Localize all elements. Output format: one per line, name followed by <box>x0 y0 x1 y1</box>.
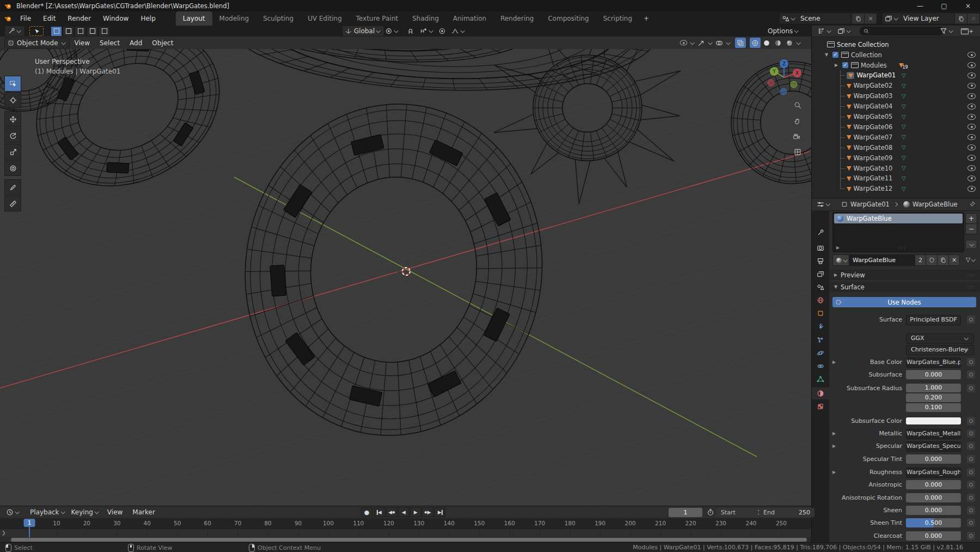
hide-eye-icon[interactable] <box>967 62 976 68</box>
outliner-row-object[interactable]: ▼WarpGate06▽ <box>812 122 980 132</box>
playhead[interactable] <box>29 527 30 537</box>
falloff-dropdown[interactable] <box>449 26 468 36</box>
decorator-icon[interactable] <box>967 316 975 324</box>
tool-measure[interactable] <box>4 196 21 211</box>
decorator-icon[interactable] <box>967 481 975 489</box>
mode-dropdown[interactable]: Object Mode <box>4 38 70 48</box>
new-collection-button[interactable]: + <box>958 26 976 36</box>
specular-tint-field[interactable]: 0.000 <box>906 454 961 464</box>
tab-constraints-icon[interactable] <box>812 360 829 372</box>
unlink-material-button[interactable]: ✕ <box>948 254 960 266</box>
outliner-row-object[interactable]: ▼WarpGate07▽ <box>812 132 980 142</box>
use-preview-range-button[interactable] <box>706 508 715 516</box>
mesh-object-icon[interactable]: ▼ <box>847 185 851 192</box>
minimize-button[interactable]: — <box>908 0 932 11</box>
keying-menu[interactable]: Keying <box>69 507 102 517</box>
clearcoat-field[interactable]: 0.000 <box>906 531 961 541</box>
mesh-object-icon[interactable]: ▼ <box>847 103 851 110</box>
remove-slot-button[interactable]: − <box>965 223 977 234</box>
mesh-object-icon[interactable]: ▼ <box>847 113 851 120</box>
material-users-button[interactable]: 2 <box>915 254 926 266</box>
material-name-field[interactable]: WarpGateBlue <box>849 254 918 266</box>
shading-material-button[interactable] <box>773 38 783 48</box>
hide-eye-icon[interactable] <box>967 186 976 192</box>
add-workspace-button[interactable]: + <box>639 11 653 26</box>
tab-physics-icon[interactable] <box>812 347 829 359</box>
snap-toggle-button[interactable] <box>404 26 417 36</box>
decorator-icon[interactable] <box>967 358 975 366</box>
menu-render[interactable]: Render <box>62 11 97 26</box>
display-mode-dropdown[interactable] <box>835 26 854 36</box>
outliner-row-collection[interactable]: ▼ ✓ Collection <box>812 50 980 60</box>
pan-button[interactable] <box>791 114 805 129</box>
object-visibility-dropdown[interactable] <box>678 38 689 48</box>
mesh-object-icon[interactable]: ▼ <box>847 82 851 89</box>
playback-menu[interactable]: Playback <box>27 507 69 517</box>
grip-handle[interactable]: ∷∷ <box>898 245 905 251</box>
workspace-tab-rendering[interactable]: Rendering <box>493 11 541 26</box>
subsurface-radius-z-field[interactable]: 0.100 <box>906 403 961 412</box>
sheen-field[interactable]: 0.000 <box>906 506 961 515</box>
use-nodes-button[interactable]: Use Nodes <box>832 297 976 307</box>
decorator-icon[interactable] <box>967 371 975 379</box>
anisotropic-field[interactable]: 0.000 <box>906 480 961 489</box>
timeline-menu-view[interactable]: View <box>102 508 127 516</box>
material-filter-dropdown[interactable]: ▽ <box>963 254 978 265</box>
timeline-expand-icon[interactable]: ❯ <box>2 530 6 536</box>
previous-keyframe-button[interactable]: ◀◆ <box>386 507 397 517</box>
hide-eye-icon[interactable] <box>967 93 976 99</box>
tool-move[interactable] <box>4 111 21 127</box>
scene-delete-button[interactable]: ✕ <box>864 14 877 23</box>
workspace-tab-sculpting[interactable]: Sculpting <box>256 11 301 26</box>
proportional-editing-button[interactable] <box>436 26 449 36</box>
workspace-tab-animation[interactable]: Animation <box>446 11 493 26</box>
decorator-icon[interactable] <box>967 442 975 450</box>
grip-handle[interactable]: ∷∷ <box>968 272 975 278</box>
disclosure-collapsed-icon[interactable]: ▶ <box>834 63 839 68</box>
tab-particles-icon[interactable] <box>812 334 829 346</box>
decorator-icon[interactable] <box>967 455 975 463</box>
workspace-tab-uv-editing[interactable]: UV Editing <box>301 11 349 26</box>
panel-surface[interactable]: ▼Surface ∷∷ <box>829 282 980 292</box>
start-frame-field[interactable]: Start1 <box>716 508 765 517</box>
mesh-object-icon[interactable]: ▼ <box>847 165 851 172</box>
navigation-gizmo[interactable]: ZYX <box>763 57 805 98</box>
select-mode-subtract-button[interactable] <box>75 26 86 37</box>
outliner-row-object[interactable]: ▼WarpGate10▽ <box>812 163 980 173</box>
slot-specials-dropdown[interactable] <box>965 240 977 249</box>
decorator-icon[interactable] <box>967 506 975 514</box>
workspace-tab-shading[interactable]: Shading <box>405 11 446 26</box>
fake-user-shield-button[interactable] <box>926 254 938 266</box>
maximize-button[interactable]: ▢ <box>932 0 956 11</box>
mesh-object-icon[interactable]: ▼ <box>847 175 851 182</box>
tab-scene-icon[interactable] <box>812 281 829 293</box>
shading-rendered-button[interactable] <box>784 38 795 48</box>
select-mode-intersect-button[interactable] <box>99 26 110 37</box>
subsurface-color-swatch[interactable] <box>906 417 961 424</box>
breadcrumb-material[interactable]: WarpGateBlue <box>912 201 958 208</box>
hide-eye-icon[interactable] <box>967 134 976 140</box>
decorator-icon[interactable] <box>967 532 975 540</box>
viewport-menu-view[interactable]: View <box>70 39 95 47</box>
browse-material-dropdown[interactable] <box>832 254 850 266</box>
shading-solid-button[interactable] <box>761 38 772 48</box>
mesh-object-icon[interactable]: ▼ <box>847 123 851 130</box>
tool-dropdown[interactable] <box>4 26 25 37</box>
workspace-tab-texture-paint[interactable]: Texture Paint <box>349 11 405 26</box>
collection-checkbox[interactable]: ✓ <box>842 62 848 68</box>
specular-texture-field[interactable]: WarpGates_Specular... <box>906 441 961 452</box>
tool-select-box[interactable] <box>4 76 21 92</box>
mesh-object-icon[interactable]: ▼ <box>847 144 851 151</box>
decorator-icon[interactable] <box>967 417 975 425</box>
record-button[interactable]: ● <box>361 507 372 517</box>
hide-eye-icon[interactable] <box>967 52 976 58</box>
hide-eye-icon[interactable] <box>967 144 976 150</box>
tab-render-icon[interactable] <box>812 242 829 254</box>
outliner-row-object[interactable]: ▼WarpGate12▽ <box>812 184 980 194</box>
hide-eye-icon[interactable] <box>967 83 976 89</box>
subsurface-method-dropdown[interactable]: Christensen-Burley <box>906 345 974 355</box>
outliner-row-object[interactable]: ▼WarpGate11▽ <box>812 173 980 184</box>
outliner-row-scene-collection[interactable]: Scene Collection <box>812 39 980 50</box>
close-button[interactable]: × <box>956 0 980 11</box>
sheen-tint-slider[interactable]: 0.500 <box>906 518 961 527</box>
